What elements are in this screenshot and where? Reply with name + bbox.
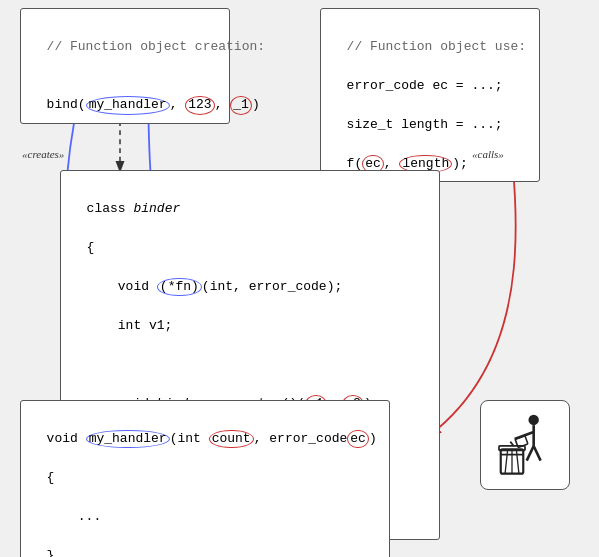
dots-line: ... (47, 509, 102, 524)
my-handler-circle-bottom: my_handler (86, 430, 170, 449)
bottom-box: void my_handler(int count, error_codeec)… (20, 400, 390, 557)
trash-box (480, 400, 570, 490)
svg-point-0 (528, 414, 538, 424)
open-brace-bottom: { (47, 470, 55, 485)
top-left-comment: // Function object creation: (47, 39, 265, 54)
sig-open: (int (170, 431, 209, 446)
svg-line-7 (505, 449, 508, 473)
error-code-line: error_code ec = ...; (347, 78, 503, 93)
calls-label: «calls» (472, 148, 504, 160)
count-circle: count (209, 430, 254, 449)
arg1-circle-topleft: _1 (230, 96, 252, 115)
sig-close: ) (369, 431, 377, 446)
num123-circle: 123 (185, 96, 214, 115)
close-brace-bottom: } (47, 548, 55, 557)
class-keyword: class (87, 201, 134, 216)
f-call: f(ec, length); (347, 156, 468, 171)
v1-line: int v1; (87, 318, 173, 333)
binder-name: binder (133, 201, 180, 216)
my-handler-circle: my_handler (86, 96, 170, 115)
void-keyword: void (47, 431, 86, 446)
svg-line-4 (534, 445, 541, 460)
top-left-box: // Function object creation: bind(my_han… (20, 8, 230, 124)
ec-circle-bottom: ec (347, 430, 369, 449)
bind-call: bind(my_handler, 123, _1) (47, 97, 260, 112)
top-right-comment: // Function object use: (347, 39, 526, 54)
fn-ptr-circle: (*fn) (157, 278, 202, 297)
svg-line-9 (516, 449, 519, 473)
open-brace-middle: { (87, 240, 95, 255)
length-line: size_t length = ...; (347, 117, 503, 132)
svg-line-3 (527, 445, 534, 460)
top-right-box: // Function object use: error_code ec = … (320, 8, 540, 182)
trash-icon (495, 413, 555, 478)
fn-ptr-line: void (*fn)(int, error_code); (87, 279, 343, 294)
creates-label: «creates» (22, 148, 64, 160)
sig-mid: , error_code (254, 431, 348, 446)
